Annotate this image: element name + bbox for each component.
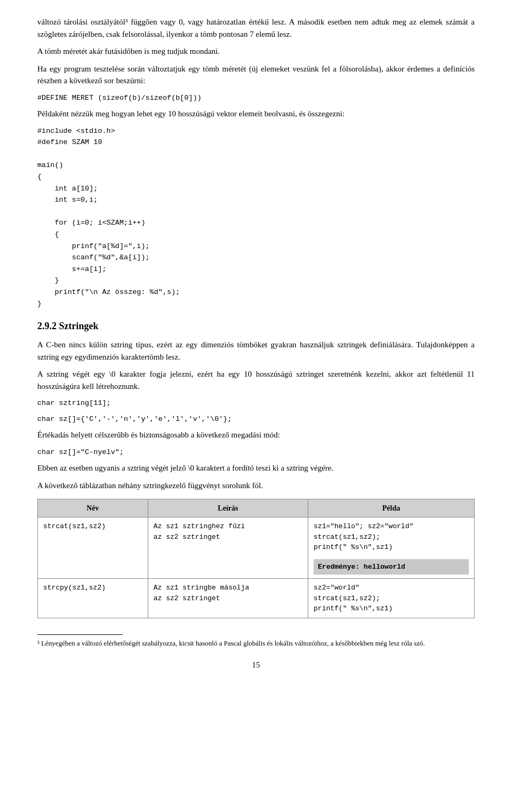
paragraph-7: Értékadás helyett célszerűbb és biztonsá… [37, 429, 475, 441]
table-header-desc: Leírás [148, 499, 308, 518]
table-cell-example-2: sz2="world" strcat(sz1,sz2); printf(" %s… [308, 579, 475, 618]
example-line-2-1: sz2="world" [314, 583, 469, 593]
paragraph-5: A C-ben nincs külön sztring típus, ezért… [37, 339, 475, 363]
code-block-3: char sztring[11]; [37, 397, 475, 409]
paragraph-2: A tömb méretét akár futásidőben is meg t… [37, 45, 475, 58]
section-title: 2.9.2 Sztringek [37, 319, 475, 333]
table-cell-name-2: strcpy(sz1,sz2) [38, 579, 148, 618]
table-header-name: Név [38, 499, 148, 518]
example-highlight-1: Eredménye: helloworld [314, 559, 469, 575]
page-content: változó tárolási osztályától³ függően va… [37, 16, 475, 671]
table-header-example: Példa [308, 499, 475, 518]
paragraph-6: A sztring végét egy \0 karakter fogja je… [37, 368, 475, 392]
paragraph-9: A következő táblázatban néhány sztringke… [37, 480, 475, 492]
table-cell-example-1: sz1="hello"; sz2="world" strcat(sz1,sz2)… [308, 518, 475, 579]
string-functions-table: Név Leírás Példa strcat(sz1,sz2) Az sz1 … [37, 499, 475, 618]
page-number: 15 [37, 659, 475, 671]
table-row-strcpy: strcpy(sz1,sz2) Az sz1 stringbe másolja … [38, 579, 475, 618]
paragraph-1: változó tárolási osztályától³ függően va… [37, 16, 475, 40]
paragraph-3: Ha egy program tesztelése során változta… [37, 63, 475, 87]
table-cell-name-1: strcat(sz1,sz2) [38, 518, 148, 579]
example-line-1-1: sz1="hello"; sz2="world" [314, 521, 469, 532]
code-block-1: #DEFINE MERET (sizeof(b)/sizeof(b[0])) [37, 92, 475, 104]
footnote-text: ³ Lényegében a változó elérhetőségét sza… [37, 638, 475, 649]
paragraph-8: Ebben az esetben ugyanis a sztring végét… [37, 462, 475, 474]
table-cell-desc-2: Az sz1 stringbe másolja az sz2 sztringet [148, 579, 308, 618]
footnote-divider [37, 634, 123, 635]
example-line-1-3: printf(" %s\n",sz1) [314, 542, 469, 553]
example-line-1-2: strcat(sz1,sz2); [314, 532, 469, 543]
code-block-5: char sz[]="C-nyelv"; [37, 447, 475, 458]
table-cell-desc-1: Az sz1 sztringhez fűzi az sz2 sztringet [148, 518, 308, 579]
example-line-2-2: strcat(sz1,sz2); [314, 593, 469, 604]
paragraph-4: Példaként nézzük meg hogyan lehet egy 10… [37, 108, 475, 120]
code-block-4: char sz[]={'C','-','n','y','e','l','v','… [37, 413, 475, 425]
table-row-strcat: strcat(sz1,sz2) Az sz1 sztringhez fűzi a… [38, 518, 475, 579]
example-line-2-3: printf(" %s\n",sz1) [314, 603, 469, 614]
code-block-2: #include <stdio.h> #define SZAM 10 main(… [37, 125, 475, 310]
